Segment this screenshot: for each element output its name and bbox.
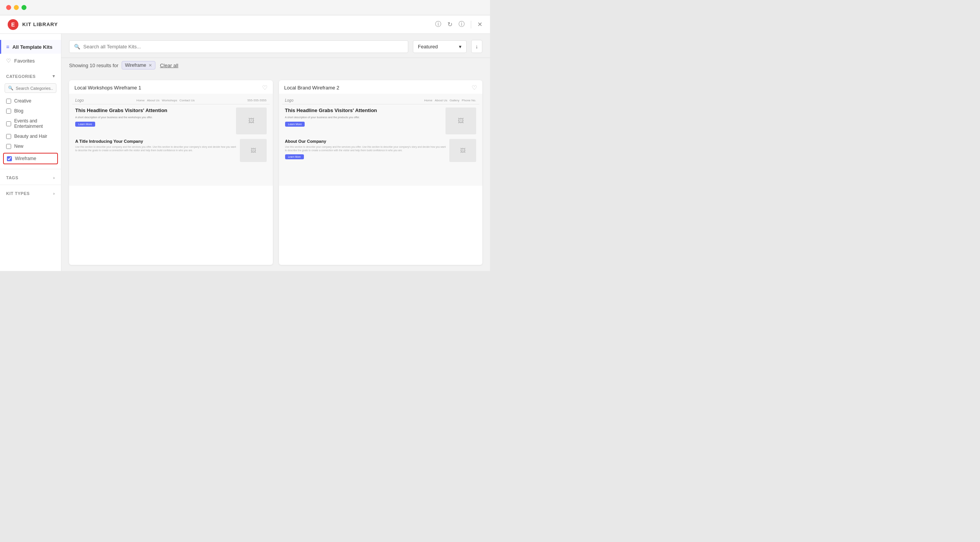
- category-item-blog[interactable]: Blog: [0, 106, 61, 116]
- search-categories[interactable]: 🔍: [5, 83, 56, 93]
- wireframe-phone-1: 555-555-5555: [247, 99, 267, 102]
- chevron-right-icon: ›: [53, 191, 55, 196]
- sidebar-item-label: Favorites: [14, 58, 35, 64]
- category-checkbox-beauty[interactable]: [6, 134, 11, 139]
- wireframe-image-2: 🖼: [445, 107, 476, 134]
- search-input[interactable]: [83, 44, 403, 50]
- header: E KIT LIBRARY ⓘ ↻ ⓘ ✕: [0, 15, 490, 34]
- showing-text: Showing 10 results for: [69, 63, 119, 68]
- category-item-creative[interactable]: Creative: [0, 96, 61, 106]
- titlebar: [0, 0, 490, 15]
- wireframe-section2-2: About Our Company Use this section to de…: [282, 134, 480, 162]
- search-icon: 🔍: [8, 86, 13, 91]
- wireframe-links-1: Home About Us Workshops Contact Us: [137, 99, 195, 102]
- favorite-icon-2[interactable]: ♡: [472, 84, 477, 91]
- sidebar: ≡ All Template Kits ♡ Favorites CATEGORI…: [0, 34, 61, 271]
- category-checkbox-blog[interactable]: [6, 109, 11, 114]
- template-card-2: Local Brand Wireframe 2 ♡ Logo Home Abou…: [279, 80, 483, 265]
- category-search-input[interactable]: [16, 86, 53, 91]
- wireframe-image-1: 🖼: [236, 107, 267, 134]
- help-icon[interactable]: ⓘ: [435, 20, 441, 28]
- app-title: KIT LIBRARY: [22, 21, 58, 27]
- app-logo: E: [8, 19, 18, 30]
- close-button[interactable]: [6, 5, 11, 10]
- category-item-new[interactable]: New: [0, 141, 61, 151]
- wireframe-desc-2: A short description of your business and…: [285, 116, 443, 119]
- wireframe-nav-1: Logo Home About Us Workshops Contact Us …: [72, 97, 270, 104]
- close-icon[interactable]: ✕: [477, 21, 482, 28]
- chevron-right-icon: ›: [53, 175, 55, 180]
- template-grid: Local Workshops Wireframe 1 ♡ Logo Home …: [61, 74, 490, 271]
- clear-all-button[interactable]: Clear all: [160, 63, 178, 68]
- info-icon[interactable]: ⓘ: [459, 20, 465, 28]
- chevron-down-icon: ▾: [459, 44, 462, 50]
- lines-icon: ≡: [6, 44, 9, 50]
- header-left: E KIT LIBRARY: [8, 19, 58, 30]
- category-label: New: [14, 144, 23, 149]
- wireframe-headline-1: This Headline Grabs Visitors' Attention: [75, 107, 233, 114]
- minimize-button[interactable]: [14, 5, 19, 10]
- template-card-header-1: Local Workshops Wireframe 1 ♡: [69, 80, 273, 94]
- wireframe-cta-1: Learn More: [75, 122, 95, 127]
- remove-filter-icon[interactable]: ✕: [148, 63, 152, 68]
- template-preview-1[interactable]: Logo Home About Us Workshops Contact Us …: [69, 94, 273, 186]
- category-item-wireframe[interactable]: Wireframe: [3, 153, 58, 164]
- category-checkbox-events[interactable]: [6, 121, 11, 126]
- category-checkbox-wireframe[interactable]: [7, 156, 12, 161]
- heart-icon: ♡: [6, 58, 11, 64]
- content: ≡ All Template Kits ♡ Favorites CATEGORI…: [0, 34, 490, 271]
- wireframe-hero-1: This Headline Grabs Visitors' Attention …: [72, 107, 270, 134]
- search-icon: 🔍: [74, 44, 80, 50]
- traffic-lights: [6, 5, 26, 10]
- template-preview-2[interactable]: Logo Home About Us Gallery Phone No. Thi…: [279, 94, 483, 186]
- search-bar[interactable]: 🔍: [69, 40, 408, 53]
- category-label: Creative: [14, 98, 31, 104]
- wireframe-cta2-2: Learn More: [285, 154, 304, 159]
- category-checkbox-creative[interactable]: [6, 99, 11, 104]
- wireframe-logo-2: Logo: [285, 98, 294, 102]
- active-filter-tag[interactable]: Wireframe ✕: [122, 61, 155, 69]
- wireframe-cta-2: Learn More: [285, 122, 305, 127]
- template-card-1: Local Workshops Wireframe 1 ♡ Logo Home …: [69, 80, 273, 265]
- favorite-icon-1[interactable]: ♡: [262, 84, 267, 91]
- main-content: 🔍 Featured ▾ ↓ Showing 10 results for Wi…: [61, 34, 490, 271]
- filter-bar: Showing 10 results for Wireframe ✕ Clear…: [61, 58, 490, 74]
- sidebar-item-all-kits[interactable]: ≡ All Template Kits: [0, 40, 61, 54]
- category-label: Blog: [14, 108, 23, 114]
- chevron-down-icon: ▾: [53, 74, 55, 79]
- wireframe-headline-2: This Headline Grabs Visitors' Attention: [285, 107, 443, 114]
- wireframe-logo-1: Logo: [75, 98, 84, 102]
- filter-tag-label: Wireframe: [125, 63, 146, 68]
- category-item-beauty[interactable]: Beauty and Hair: [0, 131, 61, 141]
- sort-label: Featured: [418, 44, 438, 50]
- refresh-icon[interactable]: ↻: [447, 21, 452, 28]
- category-label: Wireframe: [15, 156, 36, 161]
- wireframe-links-2: Home About Us Gallery Phone No.: [424, 99, 476, 102]
- wireframe-desc-1: A short description of your business and…: [75, 116, 233, 119]
- wireframe-section2-image-1: 🖼: [240, 139, 267, 162]
- category-label: Beauty and Hair: [14, 134, 47, 139]
- categories-label: CATEGORIES: [6, 74, 36, 79]
- kit-types-label: KIT TYPES: [6, 191, 30, 196]
- main-toolbar: 🔍 Featured ▾ ↓: [61, 34, 490, 58]
- wireframe-nav-2: Logo Home About Us Gallery Phone No.: [282, 97, 480, 104]
- tags-label: TAGS: [6, 175, 18, 180]
- header-divider: [471, 21, 471, 28]
- sort-download-button[interactable]: ↓: [471, 40, 482, 53]
- app-window: E KIT LIBRARY ⓘ ↻ ⓘ ✕ ≡ All Template Kit…: [0, 15, 490, 271]
- category-item-events[interactable]: Events and Entertainment: [0, 116, 61, 131]
- sort-dropdown[interactable]: Featured ▾: [413, 40, 467, 53]
- sidebar-item-favorites[interactable]: ♡ Favorites: [0, 54, 61, 68]
- template-card-header-2: Local Brand Wireframe 2 ♡: [279, 80, 483, 94]
- tags-header[interactable]: TAGS ›: [0, 169, 61, 183]
- maximize-button[interactable]: [21, 5, 26, 10]
- categories-header[interactable]: CATEGORIES ▾: [0, 68, 61, 82]
- wireframe-hero-2: This Headline Grabs Visitors' Attention …: [282, 107, 480, 134]
- sidebar-item-label: All Template Kits: [12, 44, 53, 50]
- kit-types-header[interactable]: KIT TYPES ›: [0, 185, 61, 199]
- category-checkbox-new[interactable]: [6, 144, 11, 149]
- template-title-1: Local Workshops Wireframe 1: [74, 85, 141, 91]
- template-title-2: Local Brand Wireframe 2: [284, 85, 340, 91]
- wireframe-section2-1: A Title Introducing Your Company Use thi…: [72, 134, 270, 162]
- wireframe-section2-image-2: 🖼: [449, 139, 476, 162]
